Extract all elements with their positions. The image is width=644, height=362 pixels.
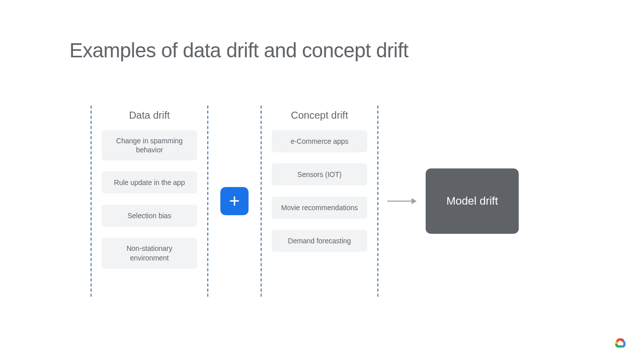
concept-drift-item: Sensors (IOT) (272, 163, 367, 186)
column-divider (377, 106, 378, 297)
column-divider (207, 106, 208, 297)
result-label: Model drift (446, 194, 498, 209)
data-drift-item: Rule update in the app (102, 171, 197, 194)
google-cloud-logo-icon (613, 337, 628, 350)
data-drift-item: Non-stationary environment (102, 238, 197, 268)
concept-drift-item: Movie recommendations (272, 197, 367, 219)
data-drift-heading: Data drift (129, 110, 170, 121)
result-box: Model drift (426, 168, 519, 234)
plus-operator: + (220, 187, 249, 215)
concept-drift-item: Demand forecasting (272, 230, 367, 252)
data-drift-item: Change in spamming behavior (102, 130, 197, 160)
slide-title: Examples of data drift and concept drift (69, 39, 409, 62)
concept-drift-heading: Concept drift (291, 110, 348, 121)
data-drift-column: Data drift Change in spamming behavior R… (91, 106, 208, 297)
plus-icon: + (229, 192, 239, 210)
concept-drift-item: e-Commerce apps (272, 130, 367, 152)
diagram-container: Data drift Change in spamming behavior R… (91, 101, 553, 302)
data-drift-item: Selection bias (102, 205, 197, 227)
concept-drift-column: Concept drift e-Commerce apps Sensors (I… (261, 106, 378, 297)
arrow-icon (387, 198, 417, 204)
